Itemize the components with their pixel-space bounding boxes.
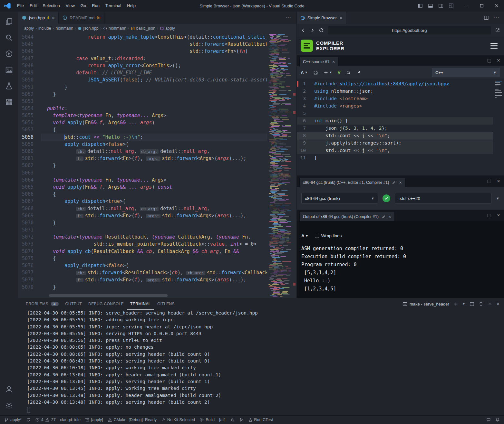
activity-files[interactable] bbox=[1, 14, 17, 30]
terminal-output[interactable]: [2022-04-30 06:05:55] INFO: serve_header… bbox=[27, 310, 501, 414]
status-git-branch[interactable]: apply* bbox=[2, 416, 24, 424]
menu-terminal[interactable]: Terminal bbox=[102, 0, 124, 12]
terminal-dropdown-icon[interactable]: ▼ bbox=[462, 302, 465, 306]
menu-file[interactable]: File bbox=[14, 0, 27, 12]
compiler-options-input[interactable]: -std=c++20 bbox=[395, 193, 491, 204]
breadcrumb-item-include[interactable]: include bbox=[38, 26, 52, 31]
zoom-icon[interactable] bbox=[346, 70, 351, 75]
toggle-panel-icon[interactable] bbox=[428, 3, 433, 8]
close-panel-icon[interactable]: × bbox=[497, 301, 499, 307]
close-pane-icon[interactable]: × bbox=[497, 178, 500, 184]
save-icon[interactable] bbox=[313, 70, 318, 75]
split-terminal-icon[interactable] bbox=[470, 302, 474, 306]
status-clangd-status[interactable]: clangd: idle bbox=[58, 416, 83, 424]
url-input[interactable]: https://godbolt.org bbox=[328, 26, 491, 34]
status-launch[interactable] bbox=[237, 416, 246, 424]
ce-source-editor[interactable]: 1#include <https://localhost:8443/apply/… bbox=[297, 79, 504, 175]
status-cmake-status[interactable]: CMake: [Debug]: Ready bbox=[105, 416, 159, 424]
vim-toggle[interactable]: V bbox=[338, 70, 341, 75]
maximize-pane-icon[interactable] bbox=[487, 179, 492, 184]
open-external-icon[interactable] bbox=[495, 28, 500, 33]
rename-pane-icon[interactable] bbox=[392, 181, 396, 185]
menu-edit[interactable]: Edit bbox=[27, 0, 40, 12]
compiler-select[interactable]: x86-64 gcc (trunk) ▼ bbox=[301, 193, 378, 204]
menu-help[interactable]: Help bbox=[124, 0, 139, 12]
kill-terminal-icon[interactable] bbox=[479, 302, 483, 306]
code-editor[interactable]: 5044 return apply_make_tuple<ConstThis>(… bbox=[18, 33, 296, 298]
add-pane-button[interactable]: ▼ bbox=[324, 70, 332, 75]
menu-go[interactable]: Go bbox=[78, 0, 89, 12]
toggle-secondary-sidebar-icon[interactable] bbox=[438, 3, 443, 8]
tab-simple-browser[interactable]: Simple Browser × bbox=[297, 12, 346, 24]
activity-gear[interactable] bbox=[1, 397, 17, 413]
minimap[interactable] bbox=[267, 33, 291, 298]
status-cmake-project[interactable]: [apply] bbox=[83, 416, 105, 424]
status-notifications[interactable] bbox=[493, 416, 502, 424]
panel-tab-gitlens[interactable]: GITLENS bbox=[154, 298, 178, 310]
hamburger-menu-icon[interactable] bbox=[488, 41, 500, 51]
close-pane-icon[interactable]: × bbox=[332, 59, 335, 64]
panel-tab-problems[interactable]: PROBLEMS31 bbox=[23, 298, 62, 310]
panel-tab-output[interactable]: OUTPUT bbox=[62, 298, 85, 310]
menu-run[interactable]: Run bbox=[89, 0, 102, 12]
breadcrumb-item-nlohmann[interactable]: {}nlohmann bbox=[103, 26, 127, 31]
activity-beaker[interactable] bbox=[1, 78, 17, 94]
close-tab-icon[interactable]: × bbox=[340, 15, 343, 21]
options-dropdown-icon[interactable]: ▼ bbox=[496, 196, 499, 200]
rename-pane-icon[interactable] bbox=[382, 215, 386, 219]
close-window-button[interactable] bbox=[489, 0, 504, 12]
activity-search[interactable] bbox=[1, 30, 17, 46]
source-pane-tab[interactable]: C++ source #1 × bbox=[299, 57, 338, 66]
activity-frame[interactable] bbox=[1, 62, 17, 78]
menu-selection[interactable]: Selection bbox=[40, 0, 63, 12]
horizontal-scrollbar[interactable] bbox=[49, 294, 168, 297]
font-size-button[interactable]: A▼ bbox=[301, 233, 308, 238]
wrap-lines-checkbox[interactable]: Wrap lines bbox=[315, 233, 342, 238]
terminal-selector[interactable]: make - serve_header bbox=[402, 302, 449, 306]
maximize-pane-icon[interactable] bbox=[487, 58, 492, 63]
status-problems[interactable]: 427 bbox=[33, 416, 58, 424]
breadcrumb-item-apply[interactable]: apply bbox=[24, 26, 34, 31]
status-cmake-kit[interactable]: No Kit Selected bbox=[159, 416, 197, 424]
toggle-sidebar-icon[interactable] bbox=[418, 3, 423, 8]
breadcrumb-item-jsonhpp[interactable]: json.hpp bbox=[77, 26, 99, 31]
minimize-button[interactable] bbox=[460, 0, 474, 12]
panel-tab-debug-console[interactable]: DEBUG CONSOLE bbox=[85, 298, 127, 310]
output-pane-tab[interactable]: Output of x86-64 gcc (trunk) (Compiler #… bbox=[299, 212, 395, 221]
tab-readme.md[interactable]: README.md9+ bbox=[59, 12, 105, 24]
close-pane-icon[interactable]: × bbox=[389, 214, 391, 219]
split-editor-icon[interactable] bbox=[484, 15, 489, 20]
status-debug-select[interactable] bbox=[228, 416, 237, 424]
close-pane-icon[interactable]: × bbox=[399, 180, 402, 185]
maximize-button[interactable] bbox=[474, 0, 489, 12]
maximize-panel-icon[interactable] bbox=[488, 302, 492, 306]
tab-json.hpp[interactable]: json.hpp4× bbox=[18, 12, 59, 24]
status-cmake-build[interactable]: Build bbox=[197, 416, 217, 424]
menu-view[interactable]: View bbox=[63, 0, 78, 12]
maximize-pane-icon[interactable] bbox=[487, 213, 492, 218]
new-terminal-icon[interactable] bbox=[453, 302, 458, 306]
language-select[interactable]: C++ ▼ bbox=[432, 68, 500, 77]
breadcrumb-item-nlohmann[interactable]: nlohmann bbox=[55, 26, 74, 31]
close-pane-icon[interactable]: × bbox=[497, 212, 500, 219]
panel-tab-terminal[interactable]: TERMINAL bbox=[127, 298, 154, 310]
close-pane-icon[interactable]: × bbox=[497, 57, 500, 64]
more-actions-icon[interactable]: ··· bbox=[493, 15, 499, 21]
font-size-button[interactable]: A▼ bbox=[301, 70, 308, 75]
status-feedback[interactable] bbox=[484, 416, 493, 424]
activity-debug[interactable] bbox=[1, 46, 17, 62]
breadcrumb-item-basic_json[interactable]: basic_json bbox=[131, 26, 156, 31]
editor-actions[interactable]: ··· bbox=[286, 12, 296, 24]
status-sync[interactable] bbox=[24, 416, 33, 424]
status-ctest[interactable]: Run CTest bbox=[246, 416, 275, 424]
status-cmake-target[interactable]: [all] bbox=[217, 416, 228, 424]
compiler-pane-tab[interactable]: x86-64 gcc (trunk) (C++, Editor #1, Comp… bbox=[299, 178, 405, 187]
ce-minimap[interactable] bbox=[495, 80, 503, 128]
back-icon[interactable] bbox=[301, 28, 306, 33]
reload-icon[interactable] bbox=[319, 28, 324, 33]
close-tab-icon[interactable]: × bbox=[52, 15, 55, 21]
forward-icon[interactable] bbox=[310, 28, 315, 33]
breadcrumb-item-apply[interactable]: apply bbox=[160, 26, 175, 31]
customize-layout-icon[interactable] bbox=[449, 3, 454, 8]
activity-account[interactable] bbox=[1, 381, 17, 397]
